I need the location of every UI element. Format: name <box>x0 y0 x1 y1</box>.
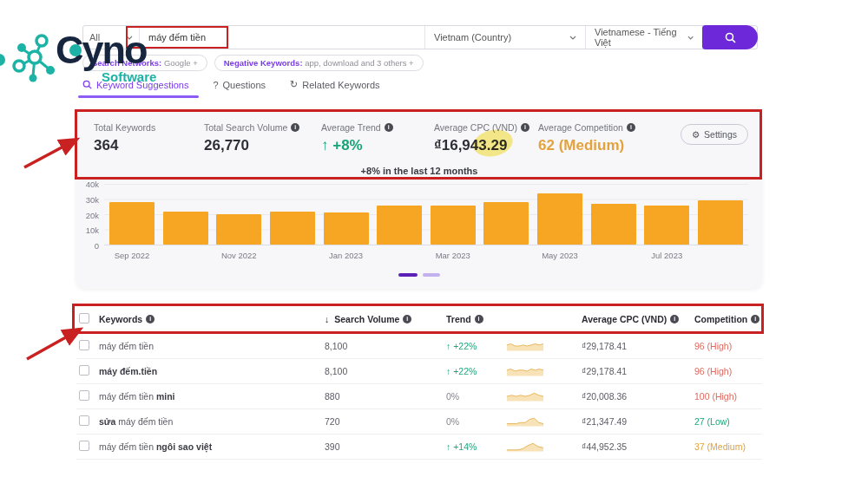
negative-keywords-chip[interactable]: Negative Keywords: app, download and 3 o… <box>214 55 424 71</box>
language-value: Vietnamese - Tiếng Việt <box>595 27 687 48</box>
keywords-table: Keywords ↓Search Volume Trend Average CP… <box>76 305 762 460</box>
info-icon[interactable] <box>146 315 155 323</box>
chart-bar <box>270 212 315 245</box>
search-volume-cell: 8,100 <box>325 366 446 376</box>
y-axis-tick: 40k <box>86 180 99 189</box>
settings-button[interactable]: ⚙ Settings <box>681 124 748 145</box>
sort-desc-icon: ↓ <box>325 314 329 324</box>
info-icon[interactable] <box>751 315 760 323</box>
header-competition[interactable]: Competition <box>694 314 762 324</box>
cpc-cell: ₫44,952.35 <box>582 441 694 452</box>
row-checkbox[interactable] <box>79 365 89 376</box>
carousel-indicator[interactable] <box>423 273 440 277</box>
chart-y-axis: 40k30k20k10k0 <box>80 184 101 245</box>
search-icon <box>82 80 92 89</box>
x-axis-label <box>483 251 529 260</box>
info-icon[interactable] <box>627 123 635 132</box>
table-row[interactable]: máy đếm tiền 8,100 ↑ +22% ₫29,178.41 96 … <box>76 334 762 359</box>
chart-bar <box>109 202 155 245</box>
cpc-cell: ₫20,008.36 <box>582 391 694 402</box>
chart-bar <box>431 206 476 245</box>
stat-average-cpc: Average CPC (VND) ₫16,943.29 <box>434 122 538 154</box>
tab-related-keywords[interactable]: ↻ Related Keywords <box>290 79 380 98</box>
x-axis-label <box>377 251 422 260</box>
logo-dot <box>69 44 82 56</box>
trend-cell: 0% <box>446 416 505 427</box>
trend-sparkline <box>505 339 582 353</box>
table-row[interactable]: máy đếm tiền mini 880 0% ₫20,008.36 100 … <box>76 384 762 409</box>
search-icon <box>725 32 736 43</box>
x-axis-label: Jul 2023 <box>644 251 689 260</box>
search-volume-cell: 880 <box>325 391 446 402</box>
carousel-indicator-active[interactable] <box>398 273 418 277</box>
select-all-checkbox[interactable] <box>79 313 89 323</box>
annotation-arrow-table <box>27 330 78 359</box>
chevron-down-icon <box>687 36 694 40</box>
search-volume-cell: 720 <box>325 416 446 427</box>
competition-cell: 96 (High) <box>694 341 762 351</box>
x-axis-label: Jan 2023 <box>324 251 369 260</box>
stat-average-competition: Average Competition 62 (Medium) <box>538 122 635 154</box>
keyword-search-input[interactable] <box>140 26 424 49</box>
table-row[interactable]: máy đếm.tiền 8,100 ↑ +22% ₫29,178.41 96 … <box>76 359 762 384</box>
country-select[interactable]: Vietnam (Country) <box>424 26 585 49</box>
search-category-dropdown[interactable]: All <box>83 26 140 49</box>
competition-cell: 100 (High) <box>694 391 762 402</box>
chart-bar <box>216 214 261 245</box>
competition-cell: 37 (Medium) <box>694 441 762 452</box>
average-competition-value: 62 (Medium) <box>538 137 635 154</box>
stats-row: Total Keywords 364 Total Search Volume 2… <box>76 110 762 154</box>
annotation-arrow-stats <box>24 140 75 167</box>
header-keywords[interactable]: Keywords <box>99 314 325 324</box>
y-axis-tick: 20k <box>86 210 99 219</box>
chevron-down-icon <box>126 36 133 40</box>
table-row[interactable]: máy đếm tiền ngôi sao việt 390 ↑ +14% ₫4… <box>76 435 762 460</box>
keyword-cell: máy đếm tiền mini <box>99 391 325 402</box>
search-button[interactable] <box>702 25 758 49</box>
chart-bar <box>163 212 208 245</box>
tab-keyword-suggestions[interactable]: Keyword Suggestions <box>82 79 188 98</box>
question-icon: ? <box>213 80 218 90</box>
search-volume-cell: 390 <box>325 441 446 452</box>
logo-network-icon <box>10 31 59 87</box>
keyword-search-bar: All Vietnam (Country) Vietnamese - Tiếng… <box>82 25 758 49</box>
tab-questions[interactable]: ? Questions <box>213 79 266 98</box>
info-icon[interactable] <box>670 315 679 323</box>
overview-card: Total Keywords 364 Total Search Volume 2… <box>76 110 762 289</box>
trend-sparkline <box>505 440 582 454</box>
chart-plot-area <box>104 184 748 245</box>
x-axis-label <box>163 251 208 260</box>
keyword-cell: máy đếm tiền ngôi sao việt <box>99 441 325 452</box>
chart-bar <box>537 193 582 245</box>
keyword-cell: máy đếm.tiền <box>99 366 325 376</box>
average-cpc-value: ₫16,943.29 <box>434 137 538 154</box>
chart-bar <box>698 200 743 245</box>
trend-sparkline <box>505 364 582 378</box>
info-icon[interactable] <box>475 315 483 323</box>
info-icon[interactable] <box>403 315 411 323</box>
row-checkbox[interactable] <box>79 415 89 426</box>
language-select[interactable]: Vietnamese - Tiếng Việt <box>585 26 702 49</box>
info-icon[interactable] <box>385 123 393 132</box>
trend-note: +8% in the last 12 months <box>76 166 762 176</box>
stat-total-keywords: Total Keywords 364 <box>94 122 204 154</box>
chart-carousel-indicators <box>76 273 762 277</box>
header-average-cpc[interactable]: Average CPC (VND) <box>582 314 694 324</box>
row-checkbox[interactable] <box>79 441 89 451</box>
header-search-volume[interactable]: ↓Search Volume <box>325 314 446 324</box>
trend-cell: ↑ +22% <box>446 341 505 351</box>
info-icon[interactable] <box>521 123 529 132</box>
header-trend[interactable]: Trend <box>446 314 505 324</box>
row-checkbox[interactable] <box>79 340 89 350</box>
row-checkbox[interactable] <box>79 390 89 401</box>
table-row[interactable]: sửa máy đếm tiền 720 0% ₫21,347.49 27 (L… <box>76 409 762 435</box>
info-icon[interactable] <box>291 123 299 132</box>
competition-cell: 27 (Low) <box>694 416 762 427</box>
result-tabs: Keyword Suggestions ? Questions ↻ Relate… <box>82 79 380 98</box>
trend-cell: ↑ +22% <box>446 366 505 376</box>
cpc-cell: ₫29,178.41 <box>582 341 694 351</box>
search-networks-chip[interactable]: Search Networks: Google + <box>82 55 207 71</box>
x-axis-label: Nov 2022 <box>216 251 261 260</box>
search-category-value: All <box>89 32 100 42</box>
y-axis-tick: 30k <box>86 194 99 204</box>
